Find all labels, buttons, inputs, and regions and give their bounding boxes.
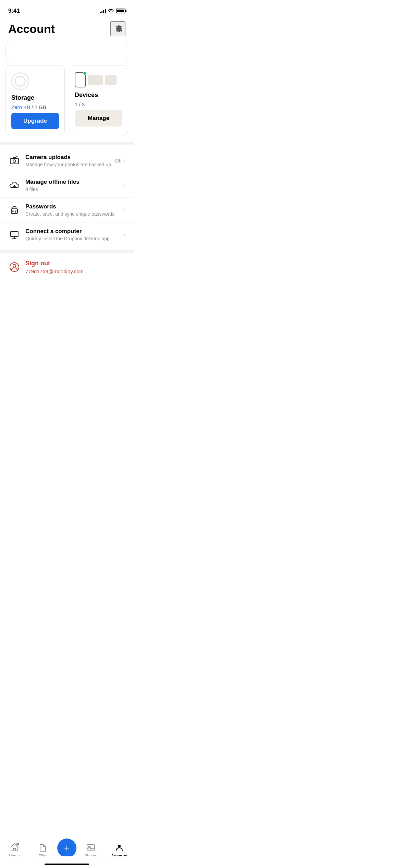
- offline-files-icon: [8, 179, 21, 192]
- wifi-icon: [108, 9, 114, 13]
- passwords-desc: Create, save, and sync unique passwords: [25, 211, 124, 217]
- camera-uploads-label: Camera uploads: [25, 154, 115, 161]
- camera-uploads-right: Off ›: [115, 157, 125, 164]
- camera-uploads-text: Camera uploads Manage how your photos ar…: [25, 154, 115, 167]
- menu-item-offline-files[interactable]: Manage offline files 0 files ›: [0, 173, 134, 197]
- offline-files-text: Manage offline files 0 files: [25, 179, 124, 192]
- section-separator-1: [0, 142, 134, 145]
- page-header: Account: [0, 17, 134, 42]
- phone-icon: [75, 72, 86, 87]
- status-bar: 9:41: [0, 0, 134, 17]
- settings-button[interactable]: [110, 21, 125, 36]
- cards-row: Storage Zero KB / 2 GB Upgrade Devices 1…: [0, 65, 134, 135]
- connect-computer-text: Connect a computer Quickly install the D…: [25, 228, 124, 241]
- storage-subtitle: Zero KB / 2 GB: [11, 104, 59, 110]
- storage-separator: /: [32, 104, 33, 110]
- storage-used: Zero KB: [11, 104, 30, 110]
- svg-point-1: [13, 160, 16, 162]
- passwords-right: ›: [124, 207, 125, 213]
- device-rect-1: [88, 75, 103, 85]
- svg-rect-5: [11, 231, 18, 237]
- passwords-icon: [8, 204, 21, 216]
- offline-files-desc: 0 files: [25, 186, 124, 192]
- signout-label: Sign out: [25, 260, 84, 267]
- camera-uploads-desc: Manage how your photos are backed up: [25, 162, 115, 167]
- connect-computer-icon: [8, 229, 21, 241]
- signal-icon: [100, 9, 106, 13]
- passwords-label: Passwords: [25, 203, 124, 210]
- devices-card: Devices 1 / 3 Manage: [69, 65, 128, 135]
- section-separator-2: [0, 250, 134, 253]
- page-title: Account: [8, 22, 55, 36]
- camera-uploads-icon: [8, 154, 21, 167]
- offline-files-right: ›: [124, 182, 125, 189]
- battery-icon: [116, 9, 125, 13]
- device-rect-2: [105, 75, 117, 85]
- upgrade-button[interactable]: Upgrade: [11, 113, 59, 129]
- status-icons: [100, 9, 125, 13]
- signout-icon: [8, 261, 21, 273]
- status-time: 9:41: [8, 8, 20, 14]
- storage-total: 2 GB: [35, 104, 46, 110]
- svg-point-7: [13, 264, 16, 267]
- storage-icon: [11, 72, 29, 90]
- connect-computer-desc: Quickly install the Dropbox desktop app: [25, 236, 124, 241]
- profile-card-strip: [5, 42, 128, 61]
- offline-files-chevron: ›: [124, 182, 125, 189]
- signout-text: Sign out 779d17d9@moodjoy.com: [25, 260, 84, 274]
- connect-computer-label: Connect a computer: [25, 228, 124, 235]
- connect-computer-right: ›: [124, 232, 125, 238]
- menu-item-passwords[interactable]: Passwords Create, save, and sync unique …: [0, 197, 134, 222]
- storage-card: Storage Zero KB / 2 GB Upgrade: [5, 65, 65, 135]
- svg-rect-0: [10, 158, 19, 164]
- devices-icon: [75, 72, 122, 87]
- manage-button[interactable]: Manage: [75, 110, 122, 126]
- menu-item-camera-uploads[interactable]: Camera uploads Manage how your photos ar…: [0, 148, 134, 173]
- signout-email: 779d17d9@moodjoy.com: [25, 268, 84, 274]
- connect-computer-chevron: ›: [124, 232, 125, 238]
- menu-list: Camera uploads Manage how your photos ar…: [0, 145, 134, 250]
- svg-rect-2: [11, 209, 17, 214]
- camera-uploads-status: Off: [115, 158, 122, 164]
- gear-icon: [113, 24, 123, 34]
- storage-title: Storage: [11, 94, 59, 101]
- devices-title: Devices: [75, 92, 122, 99]
- passwords-text: Passwords Create, save, and sync unique …: [25, 203, 124, 217]
- offline-files-label: Manage offline files: [25, 179, 124, 185]
- camera-uploads-chevron: ›: [124, 157, 125, 164]
- menu-item-connect-computer[interactable]: Connect a computer Quickly install the D…: [0, 222, 134, 247]
- passwords-chevron: ›: [124, 207, 125, 213]
- signout-section[interactable]: Sign out 779d17d9@moodjoy.com: [0, 253, 134, 285]
- devices-count: 1 / 3: [75, 101, 122, 107]
